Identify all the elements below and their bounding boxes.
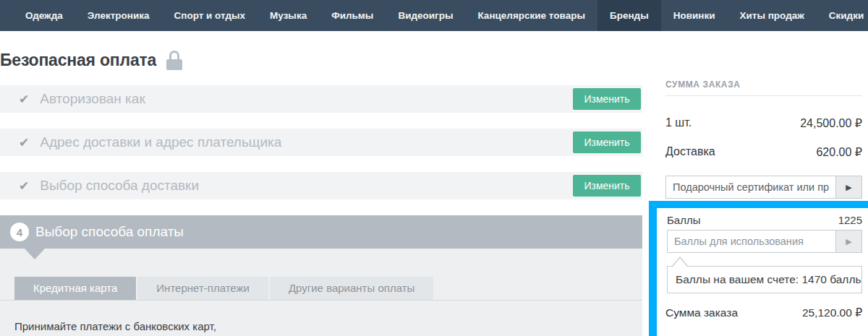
tab-internet-payments[interactable]: Интернет-платежи [137, 277, 268, 300]
page-title-row: Безопасная оплата [0, 51, 182, 70]
summary-line-items: 1 шт. 24,500.00 ₽ [665, 116, 862, 130]
payment-panel: Кредитная карта Интернет-платежи Другие … [0, 249, 642, 336]
checkmark-icon: ✔ [19, 93, 29, 105]
summary-line-value: 24,500.00 ₽ [800, 116, 862, 130]
points-field: ▶ [667, 230, 862, 253]
tooltip-caret [673, 258, 687, 267]
highlight-border-top [649, 201, 868, 208]
lock-icon [166, 51, 182, 70]
nav-item-music[interactable]: Музыка [258, 0, 319, 31]
total-label: Сумма заказа [665, 306, 738, 319]
summary-total-row: Сумма заказа 25,120.00 ₽ [665, 306, 862, 319]
summary-line-value: 620.00 ₽ [816, 145, 862, 159]
nav-item-brands[interactable]: Бренды [597, 0, 661, 31]
nav-item-bestsellers[interactable]: Хиты продаж [727, 0, 816, 31]
step-header-pointer [25, 249, 45, 259]
points-row: Баллы 1225 [667, 214, 862, 226]
step-number-badge: 4 [10, 223, 29, 241]
tab-other-payment-options[interactable]: Другие варианты оплаты [270, 277, 433, 300]
apply-points-button[interactable]: ▶ [835, 231, 861, 252]
gift-certificate-input[interactable] [666, 176, 835, 198]
highlight-border-left [649, 201, 657, 336]
order-summary-title: СУММА ЗАКАЗА [665, 79, 741, 90]
step-title: Выбор способа доставки [40, 178, 199, 194]
step-header-title: Выбор способа оплаты [35, 224, 184, 240]
summary-line-label: 1 шт. [665, 116, 692, 130]
tab-credit-card[interactable]: Кредитная карта [14, 277, 136, 300]
points-balance-note: Баллы на вашем счете: 1470 баллы. [667, 266, 862, 293]
step-title: Авторизован как [40, 91, 145, 107]
nav-item-stationery[interactable]: Канцелярские товары [465, 0, 597, 31]
checkmark-icon: ✔ [19, 180, 29, 192]
payment-tabs: Кредитная карта Интернет-платежи Другие … [14, 277, 435, 300]
nav-item-movies[interactable]: Фильмы [319, 0, 386, 31]
total-value: 25,120.00 ₽ [802, 306, 862, 319]
checkmark-icon: ✔ [19, 137, 29, 149]
step-title: Адрес доставки и адрес плательщика [40, 134, 281, 150]
arrow-right-icon: ▶ [846, 183, 851, 192]
payment-panel-text: Принимайте платежи с банковских карт, [14, 320, 216, 332]
summary-divider [665, 95, 862, 96]
nav-item-sports[interactable]: Спорт и отдых [161, 0, 258, 31]
checkout-page: Одежда Электроника Спорт и отдых Музыка … [0, 0, 868, 336]
tabs-divider [0, 300, 642, 301]
points-label: Баллы [667, 214, 700, 226]
step-header-payment-method: 4 Выбор способа оплаты [0, 215, 642, 249]
summary-line-label: Доставка [665, 145, 715, 159]
change-address-button[interactable]: Изменить [573, 132, 641, 153]
arrow-right-icon: ▶ [846, 237, 851, 246]
points-available-value: 1225 [838, 214, 862, 226]
summary-line-shipping: Доставка 620.00 ₽ [665, 145, 862, 159]
nav-item-electronics[interactable]: Электроника [75, 0, 162, 31]
nav-item-videogames[interactable]: Видеоигры [386, 0, 465, 31]
gift-certificate-field: ▶ [665, 176, 862, 199]
step-row-delivery: ✔ Выбор способа доставки Изменить [0, 172, 642, 199]
step-row-address: ✔ Адрес доставки и адрес плательщика Изм… [0, 129, 642, 156]
step-row-authorized: ✔ Авторизован как Изменить [0, 85, 642, 113]
points-input[interactable] [668, 231, 835, 252]
nav-item-new-arrivals[interactable]: Новинки [661, 0, 728, 31]
top-nav: Одежда Электроника Спорт и отдых Музыка … [0, 0, 868, 31]
page-title: Безопасная оплата [0, 51, 156, 70]
change-authorized-button[interactable]: Изменить [573, 88, 641, 110]
nav-item-clothes[interactable]: Одежда [13, 0, 75, 31]
apply-gift-certificate-button[interactable]: ▶ [835, 176, 861, 198]
nav-item-discounts[interactable]: Скидки [817, 0, 868, 31]
change-delivery-button[interactable]: Изменить [573, 175, 641, 197]
